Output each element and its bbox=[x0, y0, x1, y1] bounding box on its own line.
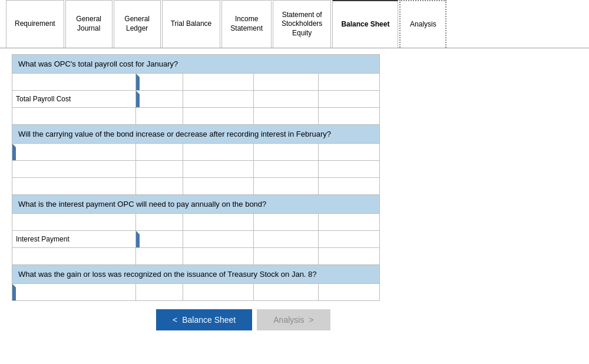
data-cell bbox=[136, 161, 183, 177]
data-cell bbox=[183, 108, 254, 124]
data-cell bbox=[319, 178, 383, 194]
data-cell bbox=[254, 74, 319, 90]
table-row bbox=[12, 284, 379, 300]
data-cell bbox=[254, 91, 319, 107]
label-cell: Interest Payment bbox=[12, 231, 136, 247]
data-cell bbox=[319, 214, 383, 230]
input-cell[interactable] bbox=[12, 284, 136, 300]
data-cell bbox=[183, 91, 254, 107]
table-row bbox=[12, 144, 379, 161]
data-cell bbox=[254, 284, 319, 300]
nav-buttons: Balance Sheet Analysis bbox=[12, 309, 577, 330]
table-row bbox=[12, 214, 379, 231]
data-cell bbox=[183, 231, 254, 247]
data-cell bbox=[254, 108, 319, 124]
input-cell[interactable] bbox=[136, 91, 183, 107]
data-cell bbox=[136, 248, 183, 264]
data-cell bbox=[183, 144, 254, 160]
data-cell bbox=[136, 178, 183, 194]
table-row: Total Payroll Cost bbox=[12, 91, 379, 108]
table-row bbox=[12, 108, 379, 125]
data-cell bbox=[319, 161, 383, 177]
data-cell bbox=[136, 214, 183, 230]
data-cell bbox=[254, 214, 319, 230]
data-cell bbox=[136, 108, 183, 124]
question-3: What is the interest payment OPC will ne… bbox=[12, 195, 379, 214]
tab-income-statement[interactable]: IncomeStatement bbox=[221, 0, 272, 48]
question-2: Will the carrying value of the bond incr… bbox=[12, 125, 379, 144]
data-cell bbox=[319, 231, 383, 247]
data-cell bbox=[136, 284, 183, 300]
data-cell bbox=[183, 248, 254, 264]
table-row bbox=[12, 178, 379, 195]
table-row bbox=[12, 248, 379, 265]
table-row bbox=[12, 161, 379, 178]
label-cell bbox=[12, 74, 136, 90]
tab-trial-balance[interactable]: Trial Balance bbox=[162, 0, 221, 48]
data-cell bbox=[319, 91, 383, 107]
data-cell bbox=[254, 161, 319, 177]
data-cell bbox=[183, 214, 254, 230]
content-grid: What was OPC's total payroll cost for Ja… bbox=[12, 54, 380, 301]
data-cell bbox=[183, 178, 254, 194]
question-1: What was OPC's total payroll cost for Ja… bbox=[12, 55, 379, 74]
main-content: What was OPC's total payroll cost for Ja… bbox=[0, 48, 589, 336]
data-cell bbox=[254, 231, 319, 247]
label-cell bbox=[12, 248, 136, 264]
data-cell bbox=[254, 178, 319, 194]
tab-general-ledger[interactable]: GeneralLedger bbox=[114, 0, 161, 48]
label-cell bbox=[12, 108, 136, 124]
tab-bar: Requirement GeneralJournal GeneralLedger… bbox=[0, 0, 589, 48]
data-cell bbox=[254, 248, 319, 264]
data-cell bbox=[319, 144, 383, 160]
data-cell bbox=[183, 74, 254, 90]
chevron-left-icon bbox=[173, 315, 177, 325]
data-cell bbox=[319, 248, 383, 264]
data-cell bbox=[183, 161, 254, 177]
forward-analysis-button[interactable]: Analysis bbox=[257, 309, 330, 330]
tab-balance-sheet[interactable]: Balance Sheet bbox=[332, 0, 398, 48]
table-row bbox=[12, 74, 379, 91]
tab-stockholders-equity[interactable]: Statement ofStockholdersEquity bbox=[273, 0, 331, 48]
label-cell bbox=[12, 214, 136, 230]
chevron-right-icon bbox=[309, 315, 313, 325]
back-balance-sheet-button[interactable]: Balance Sheet bbox=[156, 309, 252, 330]
tab-analysis[interactable]: Analysis bbox=[399, 0, 446, 48]
data-cell bbox=[254, 144, 319, 160]
input-cell[interactable] bbox=[136, 231, 183, 247]
data-cell bbox=[319, 74, 383, 90]
label-cell: Total Payroll Cost bbox=[12, 91, 136, 107]
data-cell bbox=[136, 144, 183, 160]
table-row: Interest Payment bbox=[12, 231, 379, 248]
question-4: What was the gain or loss was recognized… bbox=[12, 265, 379, 284]
data-cell bbox=[183, 284, 254, 300]
input-cell[interactable] bbox=[136, 74, 183, 90]
input-cell[interactable] bbox=[12, 144, 136, 160]
data-cell bbox=[319, 284, 383, 300]
data-cell bbox=[319, 108, 383, 124]
tab-general-journal[interactable]: GeneralJournal bbox=[65, 0, 112, 48]
label-cell bbox=[12, 161, 136, 177]
label-cell bbox=[12, 178, 136, 194]
tab-requirement[interactable]: Requirement bbox=[6, 0, 64, 48]
